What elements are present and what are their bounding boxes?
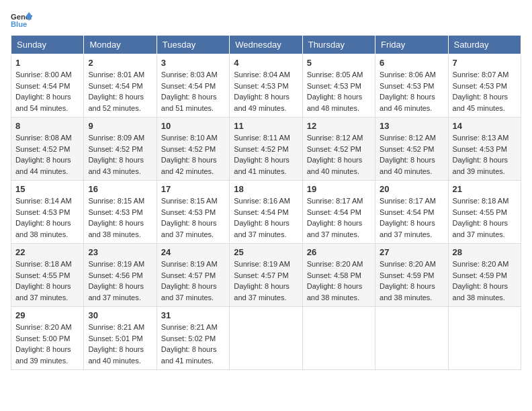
day-number: 16 [88, 184, 152, 194]
weekday-header-saturday: Saturday [448, 36, 521, 54]
daylight-label: Daylight: 8 hours and 37 minutes. [380, 219, 435, 238]
day-info: Sunrise: 8:18 AM Sunset: 4:55 PM Dayligh… [15, 259, 79, 303]
day-info: Sunrise: 8:15 AM Sunset: 4:53 PM Dayligh… [161, 195, 225, 240]
calendar-cell: 26 Sunrise: 8:20 AM Sunset: 4:58 PM Dayl… [302, 244, 375, 307]
daylight-label: Daylight: 8 hours and 42 minutes. [161, 156, 217, 175]
sunset-label: Sunset: 4:54 PM [234, 208, 288, 216]
logo: General Blue [11, 11, 32, 30]
day-number: 23 [88, 247, 152, 257]
sunset-label: Sunset: 4:55 PM [15, 271, 70, 279]
sunset-label: Sunset: 4:58 PM [307, 271, 361, 279]
daylight-label: Daylight: 8 hours and 41 minutes. [161, 345, 217, 365]
day-info: Sunrise: 8:18 AM Sunset: 4:55 PM Dayligh… [453, 195, 517, 240]
day-number: 28 [453, 247, 517, 257]
sunset-label: Sunset: 4:53 PM [88, 208, 142, 216]
sunrise-label: Sunrise: 8:19 AM [88, 260, 144, 268]
day-info: Sunrise: 8:20 AM Sunset: 5:00 PM Dayligh… [15, 322, 79, 366]
day-info: Sunrise: 8:12 AM Sunset: 4:52 PM Dayligh… [307, 132, 371, 177]
daylight-label: Daylight: 8 hours and 45 minutes. [453, 93, 508, 112]
calendar-cell: 2 Sunrise: 8:01 AM Sunset: 4:54 PM Dayli… [84, 54, 157, 118]
calendar-cell: 10 Sunrise: 8:10 AM Sunset: 4:52 PM Dayl… [157, 118, 229, 181]
sunset-label: Sunset: 4:56 PM [88, 271, 142, 279]
calendar-cell: 9 Sunrise: 8:09 AM Sunset: 4:52 PM Dayli… [84, 118, 157, 181]
day-info: Sunrise: 8:05 AM Sunset: 4:53 PM Dayligh… [307, 69, 371, 113]
sunset-label: Sunset: 4:52 PM [88, 145, 142, 153]
calendar-cell: 6 Sunrise: 8:06 AM Sunset: 4:53 PM Dayli… [375, 54, 448, 118]
day-info: Sunrise: 8:11 AM Sunset: 4:52 PM Dayligh… [234, 132, 298, 177]
sunset-label: Sunset: 4:57 PM [234, 271, 288, 279]
day-info: Sunrise: 8:19 AM Sunset: 4:56 PM Dayligh… [88, 259, 152, 303]
day-number: 3 [161, 58, 225, 68]
daylight-label: Daylight: 8 hours and 37 minutes. [161, 219, 217, 238]
day-number: 15 [15, 184, 79, 194]
day-info: Sunrise: 8:00 AM Sunset: 4:54 PM Dayligh… [15, 69, 79, 113]
sunrise-label: Sunrise: 8:11 AM [234, 134, 290, 142]
calendar-cell: 17 Sunrise: 8:15 AM Sunset: 4:53 PM Dayl… [157, 181, 229, 244]
calendar-cell: 12 Sunrise: 8:12 AM Sunset: 4:52 PM Dayl… [302, 118, 375, 181]
calendar-cell: 14 Sunrise: 8:13 AM Sunset: 4:53 PM Dayl… [448, 118, 521, 181]
sunset-label: Sunset: 4:52 PM [380, 145, 434, 153]
day-number: 17 [161, 184, 225, 194]
calendar-cell [230, 307, 302, 370]
daylight-label: Daylight: 8 hours and 38 minutes. [88, 219, 144, 238]
day-info: Sunrise: 8:15 AM Sunset: 4:53 PM Dayligh… [88, 195, 152, 240]
daylight-label: Daylight: 8 hours and 37 minutes. [88, 282, 144, 302]
day-info: Sunrise: 8:17 AM Sunset: 4:54 PM Dayligh… [380, 195, 443, 240]
day-number: 31 [161, 310, 225, 320]
day-info: Sunrise: 8:20 AM Sunset: 4:59 PM Dayligh… [380, 259, 443, 303]
sunrise-label: Sunrise: 8:15 AM [161, 197, 218, 205]
day-info: Sunrise: 8:08 AM Sunset: 4:52 PM Dayligh… [15, 132, 79, 177]
day-number: 14 [453, 121, 517, 131]
sunrise-label: Sunrise: 8:19 AM [161, 260, 218, 268]
sunset-label: Sunset: 4:52 PM [161, 145, 216, 153]
day-info: Sunrise: 8:21 AM Sunset: 5:01 PM Dayligh… [88, 322, 152, 366]
sunrise-label: Sunrise: 8:17 AM [307, 197, 363, 205]
daylight-label: Daylight: 8 hours and 37 minutes. [161, 282, 217, 302]
day-number: 9 [88, 121, 152, 131]
weekday-header-row: SundayMondayTuesdayWednesdayThursdayFrid… [11, 36, 521, 54]
sunset-label: Sunset: 4:53 PM [15, 208, 70, 216]
sunrise-label: Sunrise: 8:20 AM [453, 260, 509, 268]
day-number: 25 [234, 247, 298, 257]
calendar-cell [448, 307, 521, 370]
weekday-header-wednesday: Wednesday [230, 36, 302, 54]
day-number: 2 [88, 58, 152, 68]
sunset-label: Sunset: 4:57 PM [161, 271, 216, 279]
day-number: 13 [380, 121, 443, 131]
day-info: Sunrise: 8:19 AM Sunset: 4:57 PM Dayligh… [234, 259, 298, 303]
sunrise-label: Sunrise: 8:13 AM [453, 134, 509, 142]
day-number: 26 [307, 247, 371, 257]
weekday-header-tuesday: Tuesday [157, 36, 229, 54]
sunset-label: Sunset: 5:02 PM [161, 334, 216, 342]
day-info: Sunrise: 8:20 AM Sunset: 4:58 PM Dayligh… [307, 259, 371, 303]
day-info: Sunrise: 8:03 AM Sunset: 4:54 PM Dayligh… [161, 69, 225, 113]
daylight-label: Daylight: 8 hours and 46 minutes. [380, 93, 435, 112]
day-number: 4 [234, 58, 298, 68]
daylight-label: Daylight: 8 hours and 37 minutes. [234, 219, 290, 238]
day-info: Sunrise: 8:04 AM Sunset: 4:53 PM Dayligh… [234, 69, 298, 113]
day-number: 27 [380, 247, 443, 257]
calendar-cell: 21 Sunrise: 8:18 AM Sunset: 4:55 PM Dayl… [448, 181, 521, 244]
daylight-label: Daylight: 8 hours and 52 minutes. [88, 93, 144, 112]
calendar-cell: 15 Sunrise: 8:14 AM Sunset: 4:53 PM Dayl… [11, 181, 84, 244]
sunset-label: Sunset: 4:59 PM [380, 271, 434, 279]
sunrise-label: Sunrise: 8:09 AM [88, 134, 144, 142]
calendar-table: SundayMondayTuesdayWednesdayThursdayFrid… [11, 35, 521, 370]
svg-text:Blue: Blue [11, 20, 27, 28]
calendar-cell: 19 Sunrise: 8:17 AM Sunset: 4:54 PM Dayl… [302, 181, 375, 244]
daylight-label: Daylight: 8 hours and 41 minutes. [234, 156, 290, 175]
calendar-cell: 13 Sunrise: 8:12 AM Sunset: 4:52 PM Dayl… [375, 118, 448, 181]
calendar-cell: 3 Sunrise: 8:03 AM Sunset: 4:54 PM Dayli… [157, 54, 229, 118]
week-row-1: 1 Sunrise: 8:00 AM Sunset: 4:54 PM Dayli… [11, 54, 521, 118]
daylight-label: Daylight: 8 hours and 51 minutes. [161, 93, 217, 112]
week-row-5: 29 Sunrise: 8:20 AM Sunset: 5:00 PM Dayl… [11, 307, 521, 370]
sunset-label: Sunset: 5:00 PM [15, 334, 70, 342]
daylight-label: Daylight: 8 hours and 37 minutes. [453, 219, 508, 238]
sunrise-label: Sunrise: 8:05 AM [307, 71, 363, 79]
sunrise-label: Sunrise: 8:12 AM [380, 134, 436, 142]
calendar-cell: 24 Sunrise: 8:19 AM Sunset: 4:57 PM Dayl… [157, 244, 229, 307]
daylight-label: Daylight: 8 hours and 38 minutes. [453, 282, 508, 302]
sunrise-label: Sunrise: 8:18 AM [453, 197, 509, 205]
weekday-header-monday: Monday [84, 36, 157, 54]
day-info: Sunrise: 8:06 AM Sunset: 4:53 PM Dayligh… [380, 69, 443, 113]
